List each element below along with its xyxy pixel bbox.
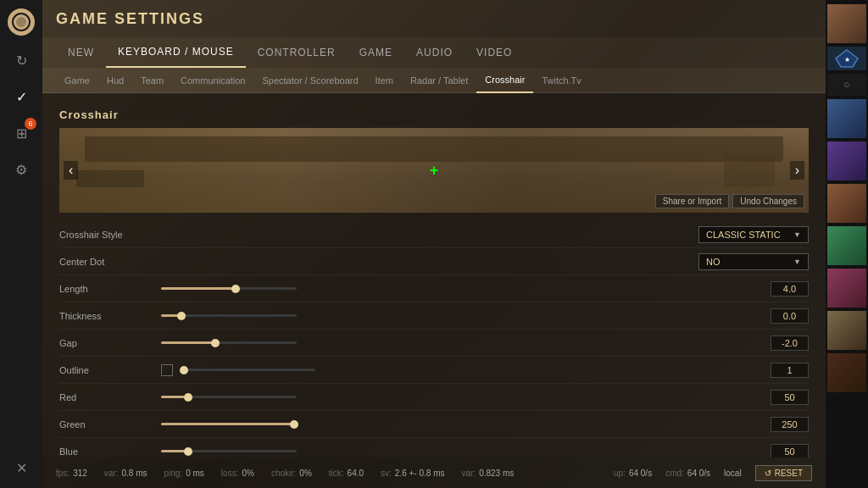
- section-title: Crosshair: [59, 102, 809, 128]
- green-slider-track[interactable]: [161, 423, 297, 425]
- player-avatar-4[interactable]: [827, 184, 866, 223]
- svg-text:★: ★: [844, 56, 850, 64]
- gap-slider-fill: [161, 341, 215, 344]
- nav-item-audio[interactable]: Audio: [404, 37, 465, 68]
- red-value[interactable]: 50: [771, 390, 809, 405]
- nav-item-video[interactable]: Video: [465, 37, 524, 68]
- setting-outline: Outline 1: [59, 357, 809, 384]
- green-control: 250: [161, 417, 809, 432]
- thickness-slider-container: [161, 314, 764, 317]
- gap-slider-thumb[interactable]: [211, 339, 220, 347]
- red-slider-thumb[interactable]: [184, 393, 192, 402]
- center-dot-dropdown[interactable]: NO ▼: [698, 253, 809, 270]
- setting-gap: Gap -2.0: [59, 330, 809, 357]
- subnav-twitch-tv[interactable]: Twitch.tv: [533, 68, 589, 93]
- blue-control: 50: [161, 444, 809, 458]
- player-avatar-1[interactable]: [827, 4, 866, 43]
- outline-slider-track[interactable]: [180, 369, 315, 371]
- var-stat: var: 0.8 ms: [104, 469, 147, 478]
- setting-crosshair-style: Crosshair Style CLASSIC STATIC ▼: [59, 221, 809, 248]
- nav-item-new[interactable]: New: [56, 37, 106, 68]
- outline-value[interactable]: 1: [771, 363, 809, 378]
- subnav-crosshair[interactable]: Crosshair: [476, 68, 533, 93]
- refresh-icon[interactable]: ↻: [9, 48, 33, 72]
- player-avatar-6[interactable]: [827, 269, 866, 308]
- subnav-team[interactable]: Team: [132, 68, 172, 93]
- layers-icon[interactable]: ⊞ 6: [9, 121, 33, 145]
- player-avatar-2[interactable]: [827, 99, 866, 138]
- subnav-spectator-scoreboard[interactable]: Spectator / Scoreboard: [253, 68, 366, 93]
- crosshair-style-control: CLASSIC STATIC ▼: [161, 226, 809, 243]
- nav-item-controller[interactable]: Controller: [246, 37, 348, 68]
- settings-area: Crosshair ‹ › Share or Import Undo Chang…: [42, 93, 826, 458]
- player-avatar-5[interactable]: [827, 226, 866, 265]
- subnav-communication[interactable]: Communication: [172, 68, 253, 93]
- length-label: Length: [59, 284, 161, 294]
- player-avatar-3[interactable]: [827, 141, 866, 180]
- length-slider-fill: [161, 287, 236, 290]
- thickness-slider-track[interactable]: [161, 314, 297, 317]
- top-navigation: New Keyboard / Mouse Controller Game Aud…: [42, 37, 826, 68]
- gap-control: -2.0: [161, 336, 809, 351]
- subnav-radar-tablet[interactable]: Radar / Tablet: [402, 68, 476, 93]
- crosshair-style-dropdown[interactable]: CLASSIC STATIC ▼: [698, 226, 809, 243]
- nav-item-keyboard-mouse[interactable]: Keyboard / Mouse: [106, 37, 246, 68]
- red-slider-track[interactable]: [161, 396, 297, 398]
- chevron-down-icon: ▼: [793, 258, 801, 266]
- check-icon[interactable]: ✓: [9, 85, 33, 108]
- red-label: Red: [59, 392, 161, 402]
- thickness-control: 0.0: [161, 308, 809, 324]
- red-slider-container: [161, 396, 764, 398]
- crosshair-style-label: Crosshair Style: [59, 230, 161, 240]
- crosshair-dot: [430, 162, 439, 180]
- fps-stat: fps: 312: [56, 469, 87, 478]
- player-avatar-7[interactable]: [827, 311, 866, 350]
- thickness-value[interactable]: 0.0: [771, 308, 809, 324]
- share-import-button[interactable]: Share or Import: [655, 194, 729, 208]
- right-panel: ★ ⊙: [826, 0, 868, 488]
- loss-stat: loss: 0%: [221, 469, 254, 478]
- player-avatar-8[interactable]: [827, 353, 866, 392]
- sv-stat: sv: 2.6 +- 0.8 ms: [381, 469, 444, 478]
- outline-control: 1: [161, 363, 809, 378]
- ping-stat: ping: 0 ms: [164, 469, 204, 478]
- subnav-hud[interactable]: Hud: [98, 68, 132, 93]
- blue-value[interactable]: 50: [771, 444, 809, 458]
- preview-arrow-left[interactable]: ‹: [64, 161, 78, 180]
- close-icon[interactable]: ✕: [9, 456, 33, 480]
- length-slider-track[interactable]: [161, 287, 297, 290]
- nav-item-game[interactable]: Game: [348, 37, 404, 68]
- gap-value[interactable]: -2.0: [771, 336, 809, 351]
- outline-slider-thumb[interactable]: [180, 366, 188, 374]
- thickness-slider-thumb[interactable]: [177, 312, 186, 320]
- setting-blue: Blue 50: [59, 438, 809, 458]
- length-slider-container: [161, 287, 764, 290]
- left-sidebar: ↻ ✓ ⊞ 6 ⚙ ✕: [0, 0, 42, 488]
- center-dot-label: Center Dot: [59, 257, 161, 267]
- subnav-game[interactable]: Game: [56, 68, 98, 93]
- green-value[interactable]: 250: [771, 417, 809, 432]
- green-slider-container: [161, 423, 764, 425]
- gap-label: Gap: [59, 338, 161, 348]
- green-slider-fill: [161, 423, 294, 425]
- gear-icon[interactable]: ⚙: [9, 158, 33, 181]
- length-slider-thumb[interactable]: [231, 285, 240, 293]
- outline-checkbox[interactable]: [161, 364, 173, 376]
- green-slider-thumb[interactable]: [290, 420, 298, 429]
- main-content: GAME SETTINGS New Keyboard / Mouse Contr…: [42, 0, 826, 488]
- center-dot-control: NO ▼: [161, 253, 809, 270]
- tick-stat: tick: 64.0: [329, 469, 364, 478]
- red-control: 50: [161, 390, 809, 405]
- svg-point-1: [16, 17, 26, 27]
- blue-slider-track[interactable]: [161, 450, 297, 452]
- undo-changes-button[interactable]: Undo Changes: [732, 194, 804, 208]
- notification-badge: 6: [25, 118, 36, 130]
- subnav-item[interactable]: Item: [367, 68, 402, 93]
- preview-arrow-right[interactable]: ›: [790, 161, 804, 180]
- reset-button[interactable]: ↺ RESET: [755, 465, 812, 481]
- gap-slider-track[interactable]: [161, 341, 297, 344]
- blue-slider-thumb[interactable]: [184, 447, 192, 456]
- preview-buttons: Share or Import Undo Changes: [655, 194, 804, 208]
- cmd-stat: cmd: 64 0/s: [665, 469, 710, 478]
- length-value[interactable]: 4.0: [771, 281, 809, 297]
